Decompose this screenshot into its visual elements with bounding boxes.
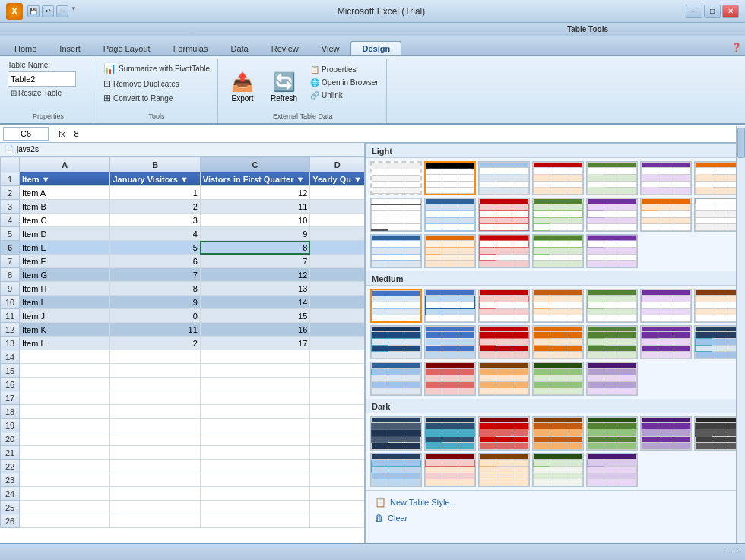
- row-num-8[interactable]: 8: [1, 268, 20, 282]
- cell-b1[interactable]: January Visitors ▼: [110, 172, 200, 186]
- close-button[interactable]: ✕: [722, 5, 739, 18]
- style-medium-2[interactable]: [424, 289, 476, 323]
- cell-d8[interactable]: [310, 268, 365, 282]
- summarize-pivottable-button[interactable]: 📊 Summarize with PivotTable: [100, 61, 213, 76]
- col-header-c[interactable]: C: [200, 157, 309, 172]
- save-icon[interactable]: 💾: [27, 5, 40, 17]
- tab-view[interactable]: View: [310, 41, 351, 55]
- cell-d4[interactable]: [310, 214, 365, 227]
- style-medium-6[interactable]: [640, 289, 692, 323]
- row-num-23[interactable]: 23: [1, 473, 20, 487]
- cell-c11[interactable]: 15: [200, 309, 309, 323]
- row-num-7[interactable]: 7: [1, 255, 20, 268]
- style-dark-8[interactable]: [370, 453, 422, 487]
- refresh-button[interactable]: 🔄 Refresh: [264, 61, 304, 112]
- col-header-a[interactable]: A: [20, 157, 110, 172]
- cell-d6[interactable]: [310, 241, 365, 255]
- cell-b4[interactable]: 3: [110, 214, 200, 227]
- cell-d10[interactable]: [310, 296, 365, 309]
- style-dark-3[interactable]: [478, 416, 530, 451]
- cell-b6[interactable]: 5: [110, 241, 200, 255]
- style-medium-18[interactable]: [532, 362, 584, 396]
- row-num-11[interactable]: 11: [1, 309, 20, 323]
- style-dark-10[interactable]: [478, 453, 530, 487]
- cell-c8[interactable]: 12: [200, 268, 309, 282]
- cell-b7[interactable]: 6: [110, 255, 200, 268]
- row-num-20[interactable]: 20: [1, 432, 20, 446]
- style-light-2[interactable]: [478, 161, 530, 195]
- cell-d1[interactable]: Yearly Qu ▼: [310, 172, 365, 186]
- style-dark-12[interactable]: [586, 453, 638, 487]
- row-num-17[interactable]: 17: [1, 391, 20, 405]
- style-light-11[interactable]: [586, 198, 638, 232]
- cell-a5[interactable]: Item D: [20, 227, 110, 241]
- style-medium-15[interactable]: [370, 362, 422, 396]
- cell-b8[interactable]: 7: [110, 268, 200, 282]
- cell-a13[interactable]: Item L: [20, 337, 110, 350]
- cell-b12[interactable]: 11: [110, 323, 200, 337]
- properties-button[interactable]: 📋 Properties: [307, 64, 381, 75]
- col-header-d[interactable]: D: [310, 157, 365, 172]
- cell-b2[interactable]: 1: [110, 186, 200, 200]
- row-num-22[interactable]: 22: [1, 460, 20, 473]
- convert-to-range-button[interactable]: ⊞ Convert to Range: [100, 91, 213, 105]
- row-num-21[interactable]: 21: [1, 446, 20, 460]
- cell-a6[interactable]: Item E: [20, 241, 110, 255]
- style-medium-10[interactable]: [478, 325, 530, 359]
- cell-c4[interactable]: 10: [200, 214, 309, 227]
- style-panel-scrollbar[interactable]: [736, 143, 745, 543]
- quick-access-toolbar[interactable]: 💾 ↩ ↪ ▼: [27, 5, 77, 17]
- style-light-4[interactable]: [586, 161, 638, 195]
- tab-data[interactable]: Data: [219, 41, 259, 55]
- resize-table-button[interactable]: ⊞ Resize Table: [8, 87, 76, 99]
- cell-d13[interactable]: [310, 337, 365, 350]
- row-num-13[interactable]: 13: [1, 337, 20, 350]
- style-medium-5[interactable]: [586, 289, 638, 323]
- undo-icon[interactable]: ↩: [42, 5, 54, 17]
- style-dark-2[interactable]: [424, 416, 476, 451]
- style-medium-9[interactable]: [424, 325, 476, 359]
- cell-b14[interactable]: [110, 350, 200, 364]
- style-light-14[interactable]: [370, 234, 422, 268]
- row-num-10[interactable]: 10: [1, 296, 20, 309]
- remove-duplicates-button[interactable]: ⊡ Remove Duplicates: [100, 77, 213, 90]
- cell-a11[interactable]: Item J: [20, 309, 110, 323]
- style-dark-1[interactable]: [370, 416, 422, 451]
- style-dark-6[interactable]: [640, 416, 692, 451]
- cell-d12[interactable]: [310, 323, 365, 337]
- cell-a10[interactable]: Item I: [20, 296, 110, 309]
- cell-c10[interactable]: 14: [200, 296, 309, 309]
- cell-a4[interactable]: Item C: [20, 214, 110, 227]
- tab-insert[interactable]: Insert: [48, 41, 92, 55]
- style-light-5[interactable]: [640, 161, 692, 195]
- style-medium-11[interactable]: [532, 325, 584, 359]
- style-dark-11[interactable]: [532, 453, 584, 487]
- tab-review[interactable]: Review: [260, 41, 310, 55]
- cell-b13[interactable]: 2: [110, 337, 200, 350]
- row-num-16[interactable]: 16: [1, 378, 20, 391]
- dropdown-arrow[interactable]: ▼: [71, 5, 77, 17]
- formula-input[interactable]: [71, 127, 742, 141]
- redo-icon[interactable]: ↪: [56, 5, 68, 17]
- tab-home[interactable]: Home: [3, 41, 48, 55]
- cell-a2[interactable]: Item A: [20, 186, 110, 200]
- cell-c9[interactable]: 13: [200, 282, 309, 296]
- style-medium-8[interactable]: [370, 325, 422, 359]
- style-light-10[interactable]: [532, 198, 584, 232]
- style-medium-4[interactable]: [532, 289, 584, 323]
- cell-b5[interactable]: 4: [110, 227, 200, 241]
- style-light-15[interactable]: [424, 234, 476, 268]
- cell-c13[interactable]: 17: [200, 337, 309, 350]
- cell-c1[interactable]: Vistors in First Quarter ▼: [200, 172, 309, 186]
- cell-d5[interactable]: [310, 227, 365, 241]
- cell-d11[interactable]: [310, 309, 365, 323]
- cell-b3[interactable]: 2: [110, 200, 200, 214]
- row-num-1[interactable]: 1: [1, 172, 20, 186]
- col-header-b[interactable]: B: [110, 157, 200, 172]
- cell-c6[interactable]: 8: [200, 241, 309, 255]
- row-num-3[interactable]: 3: [1, 200, 20, 214]
- cell-a14[interactable]: [20, 350, 110, 364]
- cell-b10[interactable]: 9: [110, 296, 200, 309]
- row-num-6[interactable]: 6: [1, 241, 20, 255]
- cell-a3[interactable]: Item B: [20, 200, 110, 214]
